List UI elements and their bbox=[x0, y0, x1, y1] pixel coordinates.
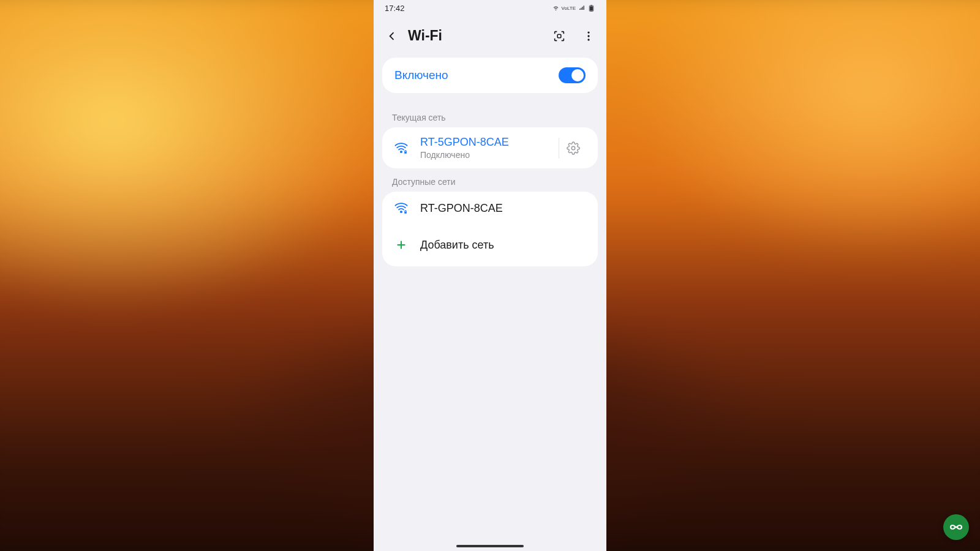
wifi-secure-icon bbox=[393, 140, 409, 156]
battery-icon bbox=[587, 4, 595, 12]
more-vertical-icon bbox=[582, 29, 595, 43]
available-networks-card: RT-GPON-8CAE Добавить сеть bbox=[382, 192, 598, 266]
home-indicator[interactable] bbox=[456, 545, 524, 547]
current-network-ssid: RT-5GPON-8CAE bbox=[420, 136, 548, 149]
signal-icon bbox=[578, 4, 586, 12]
wifi-enable-label: Включено bbox=[394, 69, 448, 82]
available-network-row[interactable]: RT-GPON-8CAE bbox=[382, 192, 598, 225]
svg-point-5 bbox=[587, 35, 589, 37]
more-menu-button[interactable] bbox=[582, 29, 595, 43]
page-header: Wi-Fi bbox=[374, 15, 606, 58]
current-network-status: Подключено bbox=[420, 150, 548, 160]
status-icons: VoLTE bbox=[552, 4, 595, 12]
plus-icon bbox=[393, 237, 409, 253]
svg-point-9 bbox=[571, 146, 575, 150]
current-network-card: RT-5GPON-8CAE Подключено bbox=[382, 127, 598, 168]
volte-icon: VoLTE bbox=[562, 6, 576, 11]
add-network-row[interactable]: Добавить сеть bbox=[382, 225, 598, 266]
wifi-enable-row: Включено bbox=[382, 58, 598, 93]
current-network-row[interactable]: RT-5GPON-8CAE Подключено bbox=[382, 127, 598, 168]
svg-point-6 bbox=[587, 39, 589, 40]
status-bar: 17:42 VoLTE bbox=[374, 0, 606, 15]
wifi-secure-icon bbox=[393, 200, 409, 216]
gear-icon bbox=[567, 141, 580, 155]
phone-screen: 17:42 VoLTE Wi-Fi bbox=[374, 0, 606, 551]
network-settings-button[interactable] bbox=[559, 138, 587, 159]
back-button[interactable] bbox=[385, 29, 399, 43]
infinity-icon bbox=[949, 520, 963, 534]
wifi-status-icon bbox=[552, 4, 560, 12]
page-title: Wi-Fi bbox=[408, 28, 544, 44]
status-time: 17:42 bbox=[385, 4, 405, 13]
svg-rect-2 bbox=[590, 5, 592, 6]
svg-rect-3 bbox=[557, 34, 561, 38]
qr-scan-button[interactable] bbox=[552, 29, 566, 43]
add-network-label: Добавить сеть bbox=[420, 239, 494, 252]
available-networks-section-label: Доступные сети bbox=[374, 168, 606, 192]
available-network-ssid: RT-GPON-8CAE bbox=[420, 202, 587, 215]
svg-point-4 bbox=[587, 31, 589, 33]
qr-scan-icon bbox=[552, 29, 566, 43]
assistant-fab[interactable] bbox=[943, 514, 969, 540]
wifi-toggle[interactable] bbox=[559, 67, 586, 83]
svg-rect-11 bbox=[404, 212, 407, 214]
chevron-left-icon bbox=[386, 30, 398, 42]
svg-rect-8 bbox=[404, 151, 407, 153]
current-network-section-label: Текущая сеть bbox=[374, 104, 606, 127]
svg-rect-1 bbox=[590, 6, 593, 10]
